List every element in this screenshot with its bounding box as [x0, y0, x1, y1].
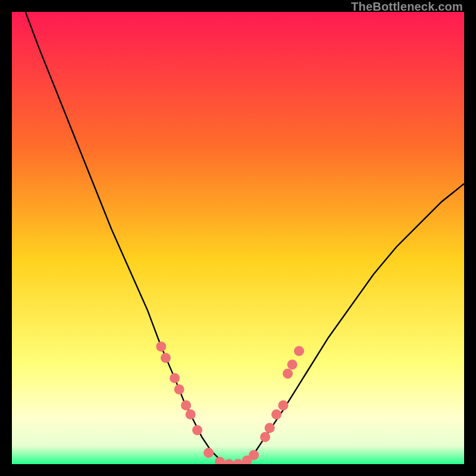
data-marker [174, 384, 184, 394]
data-marker [294, 346, 304, 356]
data-marker [265, 423, 275, 433]
gradient-background [12, 12, 464, 464]
data-marker [161, 353, 171, 363]
data-marker [271, 409, 281, 419]
data-marker [249, 450, 259, 460]
data-marker [181, 400, 191, 411]
data-marker [287, 359, 298, 369]
data-marker [283, 369, 293, 379]
chart-frame [12, 12, 464, 464]
bottleneck-chart [12, 12, 464, 464]
data-marker [156, 342, 166, 352]
data-marker [203, 448, 214, 458]
data-marker [260, 432, 270, 442]
data-marker [170, 373, 180, 383]
data-marker [192, 425, 202, 436]
data-marker [278, 400, 289, 411]
watermark-text: TheBottleneck.com [351, 0, 463, 14]
data-marker [186, 409, 196, 419]
